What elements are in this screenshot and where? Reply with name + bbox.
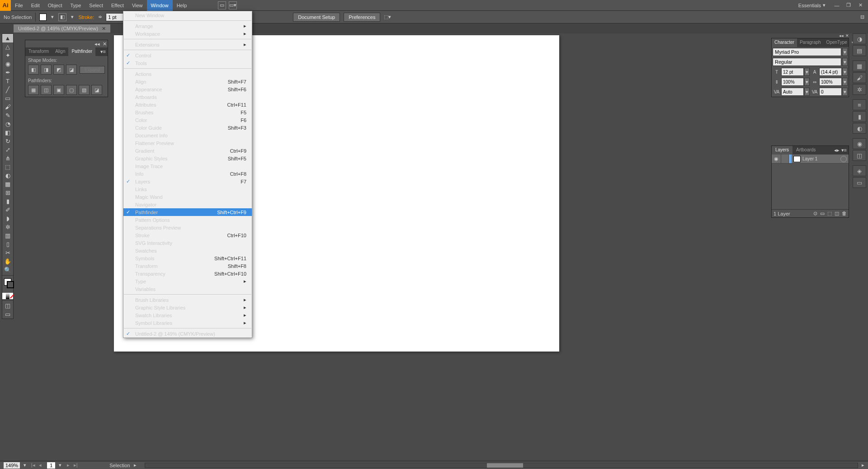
free-transform-tool[interactable]: ⬚ [2, 163, 13, 171]
screen-mode-icon[interactable]: ▭▾ [229, 1, 237, 9]
trim-icon[interactable]: ◫ [41, 85, 52, 95]
magic-wand-tool[interactable]: ✦ [2, 51, 13, 60]
menuitem-links[interactable]: Links [123, 185, 252, 193]
panel-menu-icon[interactable]: ▾≡ [841, 147, 847, 153]
tab-character[interactable]: Character [772, 38, 797, 47]
symbol-sprayer-tool[interactable]: ✲ [2, 223, 13, 231]
visibility-icon[interactable]: ◉ [772, 156, 781, 162]
fill-stroke-control[interactable] [2, 277, 13, 293]
delete-icon[interactable]: 🗑 [842, 211, 847, 216]
close-icon[interactable]: ✕ [856, 2, 864, 9]
menu-window[interactable]: Window [147, 0, 173, 11]
control-flyout-icon[interactable]: ⊟ [860, 14, 864, 20]
tab-pathfinder[interactable]: Pathfinder [68, 47, 95, 56]
font-family-field[interactable]: Myriad Pro [773, 48, 841, 56]
menuitem-layers[interactable]: ✓LayersF7 [123, 178, 252, 185]
menu-object[interactable]: Object [44, 0, 66, 11]
pen-tool[interactable]: ✒ [2, 68, 13, 77]
menuitem-control[interactable]: ✓Control [123, 52, 252, 59]
menu-view[interactable]: View [128, 0, 147, 11]
pencil-tool[interactable]: ✎ [2, 111, 13, 120]
menuitem-brush-libraries[interactable]: Brush Libraries▸ [123, 296, 252, 304]
last-artboard-icon[interactable]: ▸| [72, 462, 79, 468]
minus-back-icon[interactable]: ◪ [91, 85, 102, 95]
layer-row[interactable]: ◉ Layer 1 [772, 155, 849, 164]
hscale-field[interactable]: 100% [819, 78, 842, 86]
vscale-field[interactable]: 100% [781, 78, 804, 86]
swatches-dock-icon[interactable]: ▦ [853, 61, 866, 71]
zoom-tool[interactable]: 🔍 [2, 266, 13, 274]
document-setup-button[interactable]: Document Setup [293, 13, 340, 22]
artboards-dock-icon[interactable]: ▭ [853, 177, 866, 188]
menuitem-pathfinder[interactable]: ✓PathfinderShift+Ctrl+F9 [123, 208, 252, 216]
menuitem-transform[interactable]: TransformShift+F8 [123, 262, 252, 270]
panel-menu-icon[interactable]: ▾≡ [99, 47, 108, 56]
hand-tool[interactable]: ✋ [2, 257, 13, 266]
tracking-field[interactable]: 0 [819, 88, 842, 96]
divide-icon[interactable]: ▦ [28, 85, 39, 95]
font-size-field[interactable]: 12 pt [781, 68, 804, 76]
stroke-swatch[interactable]: ◧ [58, 13, 66, 21]
shape-builder-tool[interactable]: ◐ [2, 171, 13, 180]
kerning-field[interactable]: Auto [781, 88, 804, 96]
menuitem-symbol-libraries[interactable]: Symbol Libraries▸ [123, 319, 252, 327]
arrange-docs-icon[interactable]: ▭ [218, 1, 226, 9]
perspective-tool[interactable]: ▦ [2, 180, 13, 188]
panel-collapse-icon[interactable]: ◂◂ [839, 33, 844, 38]
type-tool[interactable]: T [2, 77, 13, 85]
selection-tool[interactable]: ▲ [2, 34, 13, 42]
panel-close-icon[interactable]: ✕ [103, 41, 107, 47]
menuitem-graphic-styles[interactable]: Graphic StylesShift+F5 [123, 155, 252, 162]
crop-icon[interactable]: ▢ [66, 85, 77, 95]
menuitem-untitled-2-149-cmyk-preview-[interactable]: ✓Untitled-2 @ 149% (CMYK/Preview) [123, 330, 252, 338]
menuitem-flattener-preview[interactable]: Flattener Preview [123, 139, 252, 147]
slice-tool[interactable]: ✂ [2, 249, 13, 257]
menu-type[interactable]: Type [66, 0, 85, 11]
lasso-tool[interactable]: ◉ [2, 60, 13, 68]
workspace-switcher[interactable]: Essentials▾ [795, 1, 829, 9]
appearance-dock-icon[interactable]: ◉ [853, 138, 866, 149]
tab-align[interactable]: Align [52, 47, 68, 56]
scale-tool[interactable]: ⤢ [2, 145, 13, 154]
menuitem-graphic-style-libraries[interactable]: Graphic Style Libraries▸ [123, 304, 252, 311]
eyedropper-tool[interactable]: ✐ [2, 206, 13, 214]
menuitem-transparency[interactable]: TransparencyShift+Ctrl+F10 [123, 270, 252, 277]
menu-edit[interactable]: Edit [27, 0, 44, 11]
transparency-dock-icon[interactable]: ◐ [853, 123, 866, 134]
tab-paragraph[interactable]: Paragraph [797, 38, 824, 47]
leading-field[interactable]: (14.4 pt) [819, 68, 842, 76]
screen-mode-tool[interactable]: ▭ [2, 310, 13, 319]
panel-collapse-icon[interactable]: ◂◂ [94, 41, 100, 47]
tab-layers[interactable]: Layers [772, 146, 793, 155]
menuitem-actions[interactable]: Actions [123, 70, 252, 78]
mesh-tool[interactable]: ⊞ [2, 188, 13, 197]
blob-brush-tool[interactable]: ◔ [2, 120, 13, 128]
color-dock-icon[interactable]: ◑ [853, 33, 866, 44]
menuitem-swatches[interactable]: Swatches [123, 247, 252, 254]
font-style-field[interactable]: Regular [773, 58, 841, 66]
minus-front-icon[interactable]: ◨ [41, 65, 52, 75]
first-artboard-icon[interactable]: |◂ [30, 462, 36, 468]
menuitem-variables[interactable]: Variables [123, 285, 252, 293]
expand-button[interactable]: Expand [80, 66, 105, 74]
locate-icon[interactable]: ⊙ [813, 211, 817, 216]
outline-icon[interactable]: ▧ [79, 85, 90, 95]
menuitem-arrange[interactable]: Arrange▸ [123, 22, 252, 30]
rectangle-tool[interactable]: ▭ [2, 94, 13, 103]
target-icon[interactable] [840, 156, 847, 162]
new-layer-icon[interactable]: ◫ [835, 211, 839, 216]
menuitem-pattern-options[interactable]: Pattern Options [123, 216, 252, 224]
graphic-styles-dock-icon[interactable]: ◫ [853, 150, 866, 161]
rotate-tool[interactable]: ↻ [2, 137, 13, 145]
artboard-tool[interactable]: ▯ [2, 240, 13, 249]
panel-close-icon[interactable]: ✕ [845, 33, 849, 38]
exclude-icon[interactable]: ◪ [66, 65, 77, 75]
tab-close-icon[interactable]: ✕ [102, 26, 106, 32]
paintbrush-tool[interactable]: 🖌 [2, 103, 13, 111]
menuitem-document-info[interactable]: Document Info [123, 131, 252, 139]
artboard-number[interactable]: 1 [47, 462, 55, 469]
layers-dock-icon[interactable]: ◈ [853, 165, 866, 176]
color-guide-dock-icon[interactable]: ▤ [853, 45, 866, 56]
menu-file[interactable]: File [11, 0, 27, 11]
menuitem-new-window[interactable]: New Window [123, 11, 252, 19]
